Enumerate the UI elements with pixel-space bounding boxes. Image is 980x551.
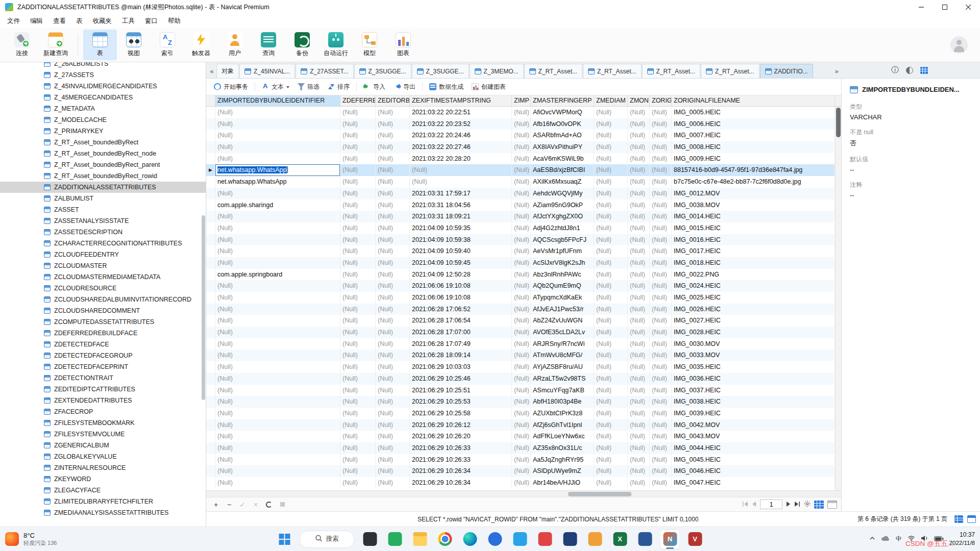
cell[interactable]: (Null): [215, 454, 340, 466]
start-button[interactable]: [275, 530, 295, 549]
maximize-button[interactable]: [933, 0, 957, 14]
cell[interactable]: (Null): [340, 153, 376, 165]
cell[interactable]: (Null): [340, 280, 376, 292]
cell[interactable]: (Null): [340, 130, 376, 141]
cell[interactable]: (Null): [215, 234, 340, 246]
cell[interactable]: (Null): [340, 396, 376, 408]
app-red-icon[interactable]: [535, 529, 555, 549]
cell[interactable]: AYjAZSBF8ru/AU: [531, 361, 594, 373]
cell[interactable]: (Null): [215, 465, 340, 477]
cell[interactable]: (Null): [376, 176, 410, 188]
table-row[interactable]: (Null)(Null)(Null)2021:06:29 10:25:58(Nu…: [206, 408, 841, 419]
cell[interactable]: IMG_0042.MOV: [672, 419, 835, 431]
cell[interactable]: (Null): [215, 385, 340, 396]
cell[interactable]: (Null): [376, 107, 410, 118]
cell[interactable]: 2021:06:28 17:07:49: [410, 338, 512, 350]
terminal-icon[interactable]: [360, 529, 380, 549]
cell[interactable]: (Null): [512, 477, 531, 489]
cell[interactable]: 2021:06:29 10:26:34: [410, 465, 512, 477]
apply-changes-button[interactable]: ✓: [237, 499, 248, 510]
cell[interactable]: (Null): [628, 408, 650, 419]
cell[interactable]: (Null): [650, 107, 672, 118]
cell[interactable]: (Null): [340, 477, 376, 489]
cell[interactable]: 2021:06:06 19:10:08: [410, 280, 512, 292]
cell[interactable]: (Null): [215, 141, 340, 153]
cell[interactable]: (Null): [594, 199, 628, 211]
cell[interactable]: [206, 361, 215, 373]
cell[interactable]: (Null): [340, 454, 376, 466]
cell[interactable]: (Null): [340, 292, 376, 304]
cell[interactable]: (Null): [512, 164, 531, 176]
cell[interactable]: IMG_0009.HEIC: [672, 153, 835, 165]
cell[interactable]: (Null): [340, 361, 376, 373]
cell[interactable]: (Null): [512, 442, 531, 454]
cell[interactable]: (Null): [376, 419, 410, 431]
current-row-marker[interactable]: ▶: [206, 164, 215, 176]
cell[interactable]: (Null): [628, 396, 650, 408]
sidebar-item[interactable]: Z_45INVALIDMERGECANDIDATES: [0, 81, 206, 92]
sidebar-item[interactable]: ZALBUMLIST: [0, 193, 206, 204]
toolbar-query[interactable]: 查询: [252, 30, 285, 60]
app-blue-circle-icon[interactable]: [485, 529, 505, 549]
horizontal-scrollbar-thumb[interactable]: [568, 492, 631, 496]
cell[interactable]: (Null): [628, 349, 650, 361]
cell[interactable]: (Null): [628, 222, 650, 234]
cell[interactable]: (Null): [594, 176, 628, 188]
cell[interactable]: 2021:06:29 10:26:20: [410, 431, 512, 442]
cell[interactable]: (Null): [376, 199, 410, 211]
cell[interactable]: (Null): [340, 199, 376, 211]
cell[interactable]: (Null): [376, 164, 410, 176]
sidebar-item[interactable]: Z_RT_Asset_boundedByRect_rowid: [0, 170, 206, 182]
table-row[interactable]: (Null)(Null)(Null)2021:03:31 17:59:17(Nu…: [206, 188, 841, 199]
cell[interactable]: (Null): [650, 257, 672, 269]
add-record-button[interactable]: +: [210, 499, 222, 510]
settings-button[interactable]: [804, 500, 811, 509]
cell[interactable]: (Null): [628, 385, 650, 396]
cell[interactable]: (Null): [512, 396, 531, 408]
cell[interactable]: (Null): [650, 431, 672, 442]
app-navy-icon[interactable]: [560, 529, 580, 549]
column-header[interactable]: ZMASTERFINGERP: [531, 95, 594, 106]
cell[interactable]: (Null): [594, 107, 628, 118]
sidebar-item[interactable]: ZDETECTEDFACE: [0, 339, 206, 350]
cell[interactable]: 2021:03:22 20:22:51: [410, 107, 512, 118]
cell[interactable]: (Null): [628, 188, 650, 199]
sidebar-item[interactable]: ZCLOUDSHAREDALBUMINVITATIONRECORD: [0, 294, 206, 305]
cell[interactable]: (Null): [215, 408, 340, 419]
cell[interactable]: (Null): [215, 338, 340, 350]
table-row[interactable]: (Null)(Null)(Null)2021:03:22 20:24:46(Nu…: [206, 130, 841, 141]
table-row[interactable]: (Null)(Null)(Null)2021:06:28 18:09:14(Nu…: [206, 349, 841, 361]
cell[interactable]: AbZ24ZvUuWGN: [531, 315, 594, 327]
cell[interactable]: (Null): [215, 373, 340, 385]
cell[interactable]: (Null): [628, 107, 650, 118]
table-row[interactable]: (Null)(Null)(Null)2021:04:09 10:59:35(Nu…: [206, 222, 841, 234]
cell[interactable]: 2021:04:09 10:59:40: [410, 245, 512, 257]
cell[interactable]: 2021:04:09 10:59:35: [410, 222, 512, 234]
cell[interactable]: 2021:06:28 18:09:14: [410, 349, 512, 361]
cell[interactable]: [206, 477, 215, 489]
cell[interactable]: [206, 107, 215, 118]
column-header[interactable]: ZIMPORTEDBYBUNDLEIDENTIFIER: [215, 95, 340, 106]
cell[interactable]: (Null): [628, 257, 650, 269]
cell[interactable]: (Null): [594, 338, 628, 350]
table-row[interactable]: (Null)(Null)(Null)2021:06:29 10:26:34(Nu…: [206, 465, 841, 477]
toolbar-users[interactable]: 用户: [218, 30, 252, 60]
cell[interactable]: (Null): [340, 141, 376, 153]
cell[interactable]: 2021:03:22 20:27:46: [410, 141, 512, 153]
weather-widget[interactable]: 8°C 轻度污染 136: [5, 527, 57, 551]
cell[interactable]: (Null): [594, 361, 628, 373]
cell[interactable]: (Null): [512, 153, 531, 165]
cell[interactable]: (Null): [628, 280, 650, 292]
cell[interactable]: (Null): [340, 118, 376, 130]
column-header[interactable]: ZORIG: [650, 95, 672, 106]
menu-item-window[interactable]: 窗口: [140, 15, 163, 28]
sidebar-item[interactable]: ZGLOBALKEYVALUE: [0, 451, 206, 462]
cell[interactable]: (Null): [376, 211, 410, 222]
cell[interactable]: (Null): [215, 222, 340, 234]
cell[interactable]: (Null): [650, 373, 672, 385]
cell[interactable]: (Null): [650, 477, 672, 489]
cell[interactable]: (Null): [340, 465, 376, 477]
cell[interactable]: (Null): [215, 477, 340, 489]
onedrive-cloud-icon[interactable]: [881, 535, 890, 543]
sidebar-item[interactable]: Z_RT_Asset_boundedByRect_parent: [0, 159, 206, 170]
